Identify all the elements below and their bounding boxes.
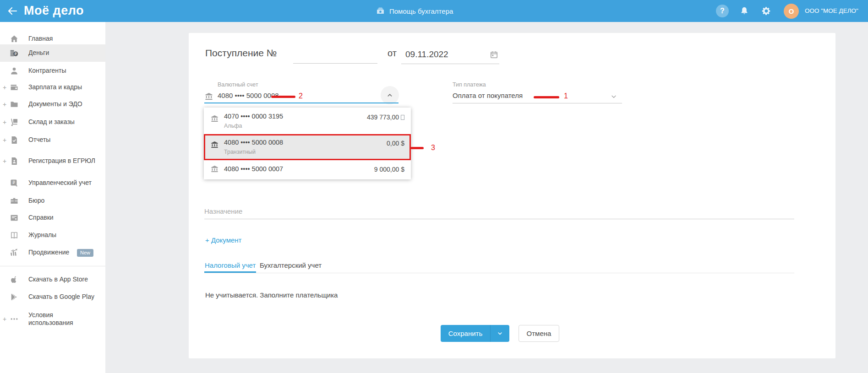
wallet-icon (10, 83, 19, 92)
annotation-line-1 (534, 96, 559, 98)
annotation-line-2 (271, 96, 295, 98)
expand-plus-icon[interactable]: + (3, 101, 6, 108)
account-dropdown: 4070 •••• 0000 3195 Альфа 439 773,00 408… (204, 108, 411, 179)
date-value: 09.11.2022 (405, 49, 448, 59)
payment-type-value[interactable]: Оплата от покупателя (453, 92, 523, 99)
bank-icon (204, 92, 213, 101)
svg-text:₽: ₽ (12, 180, 15, 185)
receipt-number-input[interactable] (293, 51, 377, 64)
sidebar: Главная ₽ Деньги Контрагенты + Зарплата … (0, 22, 105, 373)
management-icon: ₽ (10, 178, 19, 188)
registration-icon (10, 157, 19, 166)
home-icon (10, 34, 19, 43)
handtruck-icon (10, 118, 19, 127)
account-field-focus-underline (204, 103, 399, 103)
receipt-form-card: Поступление № от 09.11.2022 Валютный сче… (189, 33, 835, 358)
page-title: Поступление № (205, 48, 277, 59)
status-text: Не учитывается. Заполните плательщика (205, 291, 338, 299)
apple-icon (10, 275, 19, 284)
annotation-line-3 (410, 147, 424, 149)
back-arrow-icon[interactable] (6, 5, 18, 16)
sidebar-item-promotion[interactable]: Продвижение New (0, 244, 105, 261)
expand-plus-icon[interactable]: + (3, 119, 6, 126)
sidebar-item-contractors[interactable]: Контрагенты (0, 62, 105, 80)
avatar[interactable]: O (784, 4, 799, 19)
new-badge: New (77, 249, 93, 257)
sidebar-item-journals[interactable]: Журналы (0, 227, 105, 244)
currency-account-label: Валютный счет (218, 81, 258, 88)
date-prefix-label: от (388, 48, 397, 59)
payment-type-label: Тип платежа (453, 81, 486, 88)
sidebar-item-reports[interactable]: + Отчеты (0, 131, 105, 149)
sidebar-item-google-play[interactable]: Скачать в Google Play (0, 288, 105, 306)
gear-icon[interactable] (761, 6, 771, 16)
bank-icon (210, 165, 219, 173)
sidebar-item-certificates[interactable]: Справки (0, 209, 105, 227)
expand-plus-icon[interactable]: + (3, 157, 6, 165)
main-area: Поступление № от 09.11.2022 Валютный сче… (105, 22, 868, 373)
date-field[interactable]: 09.11.2022 (401, 49, 499, 64)
sidebar-item-terms[interactable]: + Условия использования (0, 308, 105, 330)
sidebar-item-warehouse[interactable]: + Склад и заказы (0, 114, 105, 131)
save-button[interactable]: Сохранить (441, 325, 490, 342)
app-logo[interactable]: Моё дело (24, 4, 84, 18)
bank-icon (210, 141, 219, 149)
journal-icon (10, 231, 19, 240)
bell-icon[interactable] (739, 6, 749, 16)
svg-text:₽: ₽ (15, 52, 17, 56)
tabs-divider (204, 273, 794, 273)
briefcase-icon (10, 196, 19, 205)
sidebar-item-management[interactable]: ₽ Управленческий учет (0, 174, 105, 192)
expand-plus-icon[interactable]: + (3, 315, 6, 323)
sidebar-item-payroll[interactable]: + Зарплата и кадры (0, 79, 105, 96)
calendar-icon[interactable] (490, 50, 498, 59)
sidebar-item-money[interactable]: ₽ Деньги (0, 44, 105, 62)
money-icon: ₽ (10, 49, 19, 58)
promotion-chart-icon (10, 248, 19, 257)
expand-plus-icon[interactable]: + (3, 136, 6, 144)
account-option-3[interactable]: 4080 •••• 5000 0007 9 000,00 $ (204, 160, 411, 178)
save-options-button[interactable] (490, 325, 509, 342)
dots-icon (10, 314, 19, 324)
payment-type-underline (453, 103, 622, 103)
account-option-2-selected[interactable]: 4080 •••• 5000 0008 Транзитный 0,00 $ (204, 134, 411, 160)
tab-tax-accounting[interactable]: Налоговый учет (205, 261, 256, 269)
tab-bookkeeping[interactable]: Бухгалтерский учет (260, 261, 322, 269)
cancel-button[interactable]: Отмена (519, 325, 559, 342)
cash-register-icon (376, 6, 385, 16)
annotation-marker-1: 1 (564, 92, 568, 100)
folder-icon (10, 100, 19, 109)
certificate-icon (10, 213, 19, 222)
report-icon (10, 135, 19, 145)
missing-currency-glyph (401, 115, 404, 120)
google-play-icon (10, 292, 19, 302)
sidebar-item-registration[interactable]: + Регистрация в ЕГРЮЛ (0, 150, 105, 172)
accountant-help-button[interactable]: Помощь бухгалтера (376, 0, 453, 22)
expand-plus-icon[interactable]: + (3, 84, 6, 91)
currency-account-value[interactable]: 4080 •••• 5000 0008 (218, 92, 279, 99)
accountant-help-label: Помощь бухгалтера (389, 7, 453, 15)
bank-icon (210, 114, 219, 123)
account-option-1[interactable]: 4070 •••• 0000 3195 Альфа 439 773,00 (204, 108, 411, 134)
purpose-input[interactable] (204, 203, 794, 219)
person-icon (10, 66, 19, 76)
sidebar-item-documents[interactable]: + Документы и ЭДО (0, 96, 105, 113)
sidebar-divider (0, 266, 105, 266)
company-name[interactable]: ООО "МОЕ ДЕЛО" (805, 7, 858, 14)
sidebar-item-app-store[interactable]: Скачать в App Store (0, 271, 105, 288)
add-document-link[interactable]: + Документ (205, 236, 241, 244)
annotation-highlight-box (204, 134, 411, 160)
annotation-marker-2: 2 (299, 92, 303, 100)
chevron-down-icon[interactable] (610, 93, 617, 100)
save-button-group: Сохранить (441, 325, 509, 342)
help-icon[interactable]: ? (716, 5, 729, 17)
top-bar: Моё дело Помощь бухгалтера ? O ООО "МОЕ … (0, 0, 868, 22)
sidebar-item-bureau[interactable]: Бюро (0, 192, 105, 210)
collapse-account-dropdown-button[interactable] (381, 86, 399, 104)
annotation-marker-3: 3 (431, 144, 435, 152)
